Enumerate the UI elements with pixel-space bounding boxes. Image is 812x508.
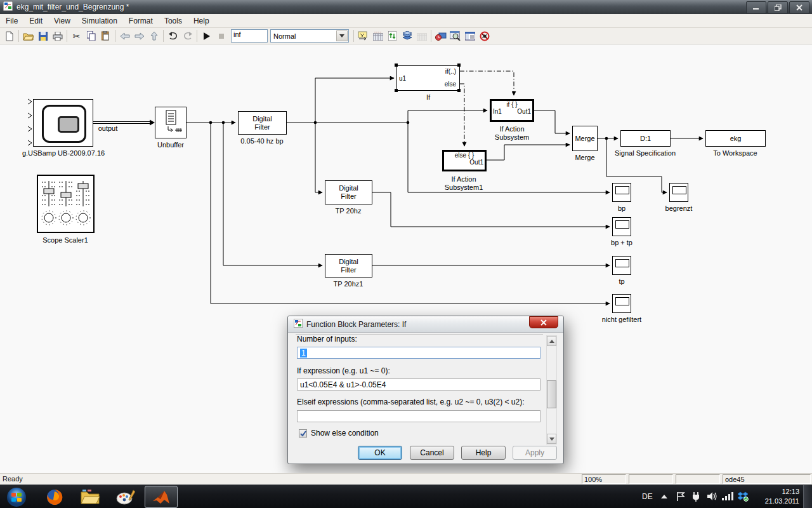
print-icon[interactable]	[50, 29, 65, 43]
toolbar: ✂ inf Normal	[0, 28, 812, 44]
redo-icon[interactable]	[180, 29, 195, 43]
library-browser-icon[interactable]	[400, 29, 414, 43]
block-scope-scaler[interactable]	[37, 175, 95, 233]
build-all-icon[interactable]	[370, 29, 385, 43]
close-button[interactable]	[789, 1, 809, 14]
dialog-simulink-icon	[294, 319, 303, 330]
block-label-if: If	[426, 93, 430, 101]
forward-icon[interactable]	[132, 29, 147, 43]
dropdown-arrow-icon[interactable]	[336, 30, 348, 41]
block-scope-nicht-gefiltert[interactable]	[612, 294, 631, 313]
model-browser-icon[interactable]	[462, 29, 477, 43]
block-scope-bp-tp[interactable]	[612, 217, 631, 236]
tray-dropbox-icon[interactable]	[737, 491, 749, 502]
block-label-signal-specification: Signal Specification	[615, 149, 676, 157]
back-icon[interactable]	[117, 29, 132, 43]
show-desktop-button[interactable]	[803, 485, 812, 508]
copy-icon[interactable]	[84, 29, 98, 43]
dialog-title-bar[interactable]: Function Block Parameters: If	[288, 316, 563, 333]
tray-action-center-icon[interactable]	[676, 491, 685, 502]
elseif-expressions-label: Elseif expressions (comma-separated list…	[297, 398, 525, 406]
status-solver: ode45	[723, 474, 811, 484]
block-scope-tp[interactable]	[612, 256, 631, 275]
minimize-button[interactable]	[746, 1, 766, 14]
update-diagram-icon[interactable]	[356, 29, 370, 43]
ok-button[interactable]: OK	[358, 446, 402, 460]
block-gusbamp[interactable]	[33, 99, 93, 147]
menu-view[interactable]: View	[48, 15, 76, 27]
block-label-if-action-2: Subsystem	[495, 133, 529, 141]
tray-network-icon[interactable]	[722, 491, 733, 500]
number-of-inputs-field[interactable]: 1	[297, 347, 540, 359]
menu-file[interactable]: File	[0, 15, 23, 27]
undo-icon[interactable]	[166, 29, 180, 43]
clock-date: 21.03.2011	[765, 497, 799, 506]
menu-edit[interactable]: Edit	[23, 15, 48, 27]
menu-help[interactable]: Help	[188, 15, 215, 27]
taskbar-explorer-button[interactable]	[74, 486, 107, 508]
block-if-action-subsystem1[interactable]: else { } Out1	[442, 150, 487, 171]
taskbar: DE 12:13 21.03.2011	[0, 485, 812, 508]
tray-language[interactable]: DE	[642, 492, 653, 501]
block-to-workspace[interactable]: ekg	[705, 130, 766, 147]
debug-icon[interactable]	[433, 29, 448, 43]
selection-handle[interactable]	[457, 89, 461, 92]
if-expression-label: If expression (e.g. u1 ~= 0):	[297, 366, 390, 375]
simulation-mode-select[interactable]: Normal	[270, 29, 349, 43]
block-scope-bp[interactable]	[612, 183, 631, 202]
if-expression-field[interactable]: u1<0.05E4 & u1>-0.05E4	[297, 378, 540, 391]
start-button[interactable]	[3, 486, 30, 508]
tray-expand-icon[interactable]	[661, 495, 667, 498]
simulation-time-input[interactable]: inf	[231, 29, 268, 43]
block-unbuffer[interactable]	[155, 107, 187, 138]
new-model-icon[interactable]	[2, 29, 16, 43]
show-else-condition-checkbox[interactable]	[299, 429, 307, 438]
cut-icon[interactable]: ✂	[69, 29, 84, 43]
tray-power-icon[interactable]	[691, 491, 701, 502]
taskbar-paint-button[interactable]	[109, 486, 142, 508]
menu-format[interactable]: Format	[123, 15, 159, 27]
block-digital-filter-tp[interactable]: Digital Filter	[325, 180, 372, 204]
taskbar-matlab-button[interactable]	[145, 486, 178, 508]
firefox-icon	[45, 488, 64, 507]
up-icon[interactable]	[147, 29, 161, 43]
taskbar-clock[interactable]: 12:13 21.03.2011	[765, 487, 799, 506]
menu-simulation[interactable]: Simulation	[76, 15, 123, 27]
restore-button[interactable]	[768, 1, 788, 14]
tray-volume-icon[interactable]	[707, 491, 717, 501]
block-merge[interactable]: Merge	[572, 126, 598, 151]
menu-tools[interactable]: Tools	[159, 15, 188, 27]
scroll-thumb[interactable]	[547, 380, 556, 408]
save-model-icon[interactable]	[36, 29, 50, 43]
model-explorer-icon[interactable]	[448, 29, 462, 43]
simulink-app-icon	[3, 1, 13, 13]
block-label-scope-tp: tp	[619, 277, 624, 285]
block-digital-filter-tp1[interactable]: Digital Filter	[325, 254, 372, 277]
stop-simulation-icon[interactable]	[214, 29, 228, 43]
taskbar-firefox-button[interactable]	[38, 486, 71, 508]
selection-handle[interactable]	[395, 89, 398, 92]
signal-label-output: output	[98, 124, 118, 132]
paste-icon[interactable]	[98, 29, 113, 43]
status-zoom: 100%	[582, 474, 626, 484]
start-simulation-icon[interactable]	[199, 29, 214, 43]
scroll-up-button[interactable]	[547, 336, 556, 346]
highlight-off-icon[interactable]	[477, 29, 492, 43]
help-button[interactable]: Help	[461, 446, 506, 460]
block-signal-specification[interactable]: D:1	[620, 130, 671, 147]
cancel-button[interactable]: Cancel	[410, 446, 454, 460]
apply-button: Apply	[513, 446, 557, 460]
elseif-expressions-field[interactable]	[297, 410, 540, 422]
scroll-down-button[interactable]	[547, 434, 556, 444]
block-digital-filter-bp[interactable]: Digital Filter	[238, 111, 287, 135]
selection-handle[interactable]	[395, 64, 398, 67]
block-if[interactable]: u1 if(..) else	[396, 65, 460, 91]
refresh-model-icon[interactable]	[385, 29, 400, 43]
block-label-to-workspace: To Workspace	[713, 149, 757, 157]
open-model-icon[interactable]	[21, 29, 36, 43]
block-scope-begrenzt[interactable]	[669, 183, 688, 202]
dialog-scrollbar[interactable]	[546, 335, 557, 444]
dialog-close-button[interactable]	[529, 316, 558, 328]
selection-handle[interactable]	[457, 64, 461, 67]
block-if-action-subsystem[interactable]: if { } In1 Out1	[490, 99, 534, 122]
